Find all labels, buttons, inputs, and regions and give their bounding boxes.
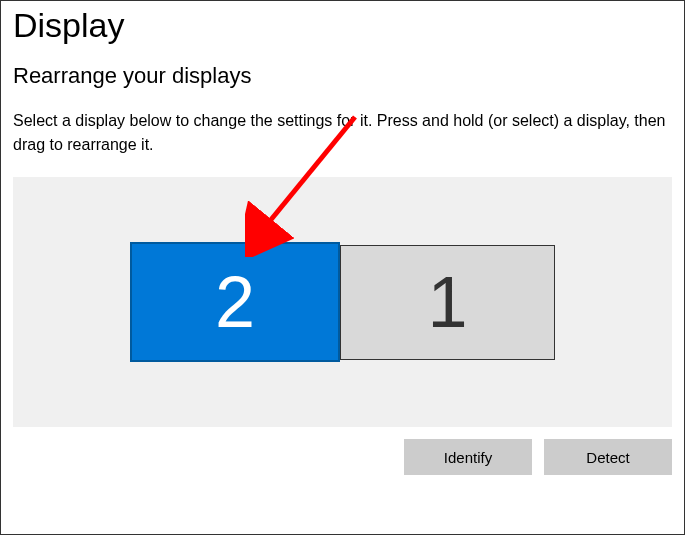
display-box-2[interactable]: 2: [130, 242, 340, 362]
display-number-label: 2: [215, 261, 255, 343]
section-description: Select a display below to change the set…: [1, 104, 684, 177]
button-row: Identify Detect: [1, 427, 684, 475]
section-title: Rearrange your displays: [1, 55, 684, 104]
page-title: Display: [1, 1, 684, 55]
detect-button[interactable]: Detect: [544, 439, 672, 475]
display-arrangement-area: 2 1: [13, 177, 672, 427]
display-number-label: 1: [427, 261, 467, 343]
display-box-1[interactable]: 1: [340, 245, 555, 360]
identify-button[interactable]: Identify: [404, 439, 532, 475]
